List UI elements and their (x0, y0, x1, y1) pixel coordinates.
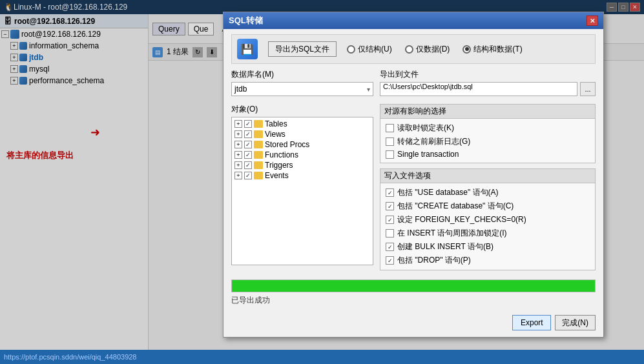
obj-tree: + ✓ Tables + ✓ Views + (231, 117, 373, 265)
radio-circle-both[interactable] (462, 45, 471, 54)
check-single-transaction[interactable]: Single transaction (386, 148, 590, 160)
check-box-use-database[interactable]: ✓ (386, 188, 394, 197)
progress-bar-fill (232, 280, 595, 292)
obj-checkbox-views[interactable]: ✓ (244, 130, 252, 138)
dialog-title-bar: SQL转储 ✕ (223, 12, 603, 29)
check-box-foreign-key[interactable]: ✓ (386, 216, 394, 224)
check-box-drop-statement[interactable]: ✓ (386, 256, 394, 265)
file-label: 导出到文件 (380, 69, 596, 80)
dialog-title-text: SQL转储 (229, 15, 587, 26)
file-browse-btn[interactable]: ... (580, 82, 596, 96)
obj-item-events[interactable]: + ✓ Events (233, 170, 371, 181)
radio-label-data: 仅数据(D) (416, 44, 450, 55)
obj-checkbox-tables[interactable]: ✓ (244, 120, 252, 128)
source-options-content: 读取时锁定表(K) 转储之前刷新日志(G) Single transaction (380, 119, 595, 163)
export-icon: 💾 (237, 39, 258, 59)
export-type-row: 💾 导出为SQL文件 仅结构(U) 仅数据(D) 结构和数据(T) (231, 34, 596, 64)
check-box-single-transaction[interactable] (386, 150, 394, 159)
obj-folder-events (254, 172, 263, 179)
obj-panel: 对象(O) + ✓ Tables + ✓ Views (231, 104, 373, 276)
main-window: 🐧 Linux-M - root@192.168.126.129 ─ □ ✕ 🗄… (0, 0, 644, 364)
check-lock-table[interactable]: 读取时锁定表(K) (386, 121, 590, 135)
db-select-arrow: ▾ (367, 86, 370, 93)
obj-item-triggers[interactable]: + ✓ Triggers (233, 160, 371, 170)
status-text: 已导出成功 (231, 295, 596, 306)
file-row: C:\Users\pc\Desktop\jtdb.sql ... (380, 82, 596, 96)
radio-circle-structure[interactable] (347, 45, 355, 54)
radio-circle-data[interactable] (405, 45, 413, 54)
radio-label-both: 结构和数据(T) (473, 44, 522, 55)
progress-bar-container (231, 279, 596, 292)
obj-checkbox-functions[interactable]: ✓ (244, 151, 252, 159)
radio-label-structure: 仅结构(U) (358, 44, 392, 55)
obj-folder-tables (254, 120, 263, 128)
radio-structure-and-data[interactable]: 结构和数据(T) (462, 44, 522, 55)
check-foreign-key[interactable]: ✓ 设定 FOREIGN_KEY_CHECKS=0(R) (386, 213, 590, 227)
obj-expand-stored-procs[interactable]: + (234, 141, 242, 148)
check-box-insert-lock[interactable] (386, 229, 394, 238)
source-options-title: 对源有影响的选择 (380, 105, 595, 119)
dialog-main: 对象(O) + ✓ Tables + ✓ Views (231, 104, 596, 276)
obj-expand-tables[interactable]: + (234, 120, 242, 128)
options-panel: 对源有影响的选择 读取时锁定表(K) 转储之前刷新日志(G) (380, 104, 596, 276)
radio-structure-only[interactable]: 仅结构(U) (347, 44, 392, 55)
dialog-close-btn[interactable]: ✕ (587, 15, 598, 26)
sql-dump-dialog: SQL转储 ✕ 💾 导出为SQL文件 仅结构(U) 仅数据(D) (223, 12, 604, 338)
obj-item-views[interactable]: + ✓ Views (233, 129, 371, 139)
export-btn[interactable]: Export (512, 315, 551, 330)
obj-expand-functions[interactable]: + (234, 151, 242, 159)
obj-label-events: Events (265, 171, 289, 180)
db-name-section: 数据库名(M) jtdb ▾ (231, 69, 373, 100)
obj-item-tables[interactable]: + ✓ Tables (233, 119, 371, 129)
obj-checkbox-triggers[interactable]: ✓ (244, 161, 252, 169)
write-options-section: 写入文件选项 ✓ 包括 "USE database" 语句(A) ✓ 包括 "C… (380, 168, 596, 270)
radio-data-only[interactable]: 仅数据(D) (405, 44, 450, 55)
obj-folder-triggers (254, 161, 263, 169)
obj-checkbox-events[interactable]: ✓ (244, 172, 252, 179)
db-file-row: 数据库名(M) jtdb ▾ 导出到文件 C:\Users\pc\Desktop… (231, 69, 596, 100)
obj-label-views: Views (265, 130, 286, 139)
check-bulk-insert[interactable]: ✓ 创建 BULK INSERT 语句(B) (386, 240, 590, 254)
obj-folder-functions (254, 151, 263, 159)
obj-label: 对象(O) (231, 104, 373, 115)
export-type-radios: 仅结构(U) 仅数据(D) 结构和数据(T) (347, 44, 523, 55)
dialog-body: 💾 导出为SQL文件 仅结构(U) 仅数据(D) 结构和数据(T) (223, 29, 603, 311)
source-options-section: 对源有影响的选择 读取时锁定表(K) 转储之前刷新日志(G) (380, 104, 596, 163)
db-select[interactable]: jtdb ▾ (231, 82, 373, 96)
write-options-content: ✓ 包括 "USE database" 语句(A) ✓ 包括 "CREATE d… (380, 183, 595, 270)
db-label: 数据库名(M) (231, 69, 373, 80)
check-create-database[interactable]: ✓ 包括 "CREATE database" 语句(C) (386, 199, 590, 213)
obj-expand-views[interactable]: + (234, 130, 242, 138)
check-insert-lock[interactable]: 在 INSERT 语句周围添加锁定(I) (386, 227, 590, 240)
obj-item-stored-procs[interactable]: + ✓ Stored Procs (233, 139, 371, 150)
status-bar: https://ptof.pcsqin.sddn/wei/qiq_4480392… (0, 350, 644, 364)
status-bar-text: https://ptof.pcsqin.sddn/wei/qiq_4480392… (4, 353, 136, 361)
obj-expand-events[interactable]: + (234, 172, 242, 179)
obj-expand-triggers[interactable]: + (234, 161, 242, 169)
check-box-lock-table[interactable] (386, 124, 394, 132)
progress-section: 已导出成功 (231, 279, 596, 306)
obj-folder-stored-procs (254, 141, 263, 148)
obj-folder-views (254, 130, 263, 138)
obj-label-stored-procs: Stored Procs (265, 140, 309, 149)
check-box-flush-logs[interactable] (386, 137, 394, 146)
dialog-footer: Export 完成(N) (223, 311, 603, 337)
obj-item-functions[interactable]: + ✓ Functions (233, 150, 371, 160)
file-path-input[interactable]: C:\Users\pc\Desktop\jtdb.sql (380, 82, 577, 96)
export-sql-btn[interactable]: 导出为SQL文件 (268, 41, 337, 57)
write-options-title: 写入文件选项 (380, 169, 595, 183)
obj-label-triggers: Triggers (265, 161, 293, 170)
obj-checkbox-stored-procs[interactable]: ✓ (244, 141, 252, 148)
file-section: 导出到文件 C:\Users\pc\Desktop\jtdb.sql ... (380, 69, 596, 100)
check-flush-logs[interactable]: 转储之前刷新日志(G) (386, 135, 590, 148)
check-drop-statement[interactable]: ✓ 包括 "DROP" 语句(P) (386, 254, 590, 267)
check-box-bulk-insert[interactable]: ✓ (386, 243, 394, 251)
finish-btn[interactable]: 完成(N) (555, 315, 596, 330)
obj-label-functions: Functions (265, 150, 298, 159)
check-use-database[interactable]: ✓ 包括 "USE database" 语句(A) (386, 186, 590, 199)
check-box-create-database[interactable]: ✓ (386, 202, 394, 210)
obj-label-tables: Tables (265, 119, 287, 128)
